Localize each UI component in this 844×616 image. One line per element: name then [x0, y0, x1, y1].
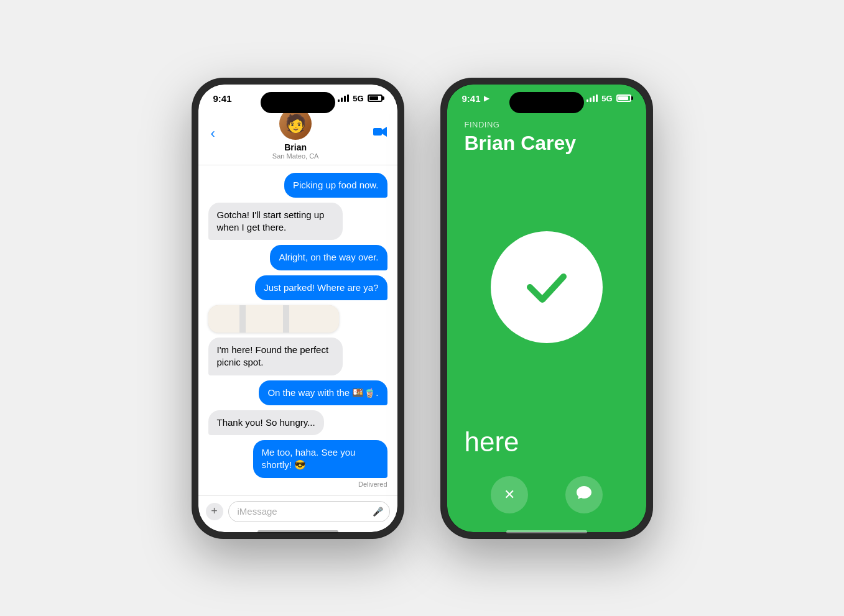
delivered-status: Delivered: [358, 480, 387, 488]
message-text: Just parked! Where are ya?: [264, 282, 378, 293]
bar4: [596, 94, 598, 102]
findmy-header: FINDING Brian Carey: [447, 108, 646, 161]
back-button[interactable]: ‹: [208, 123, 218, 144]
battery-icon: [616, 94, 631, 102]
message-text: Alright, on the way over.: [279, 252, 378, 262]
svg-rect-3: [208, 305, 239, 333]
bar1: [338, 99, 340, 102]
message-text: Picking up food now.: [293, 180, 379, 190]
message-bubble: On the way with the 🍱🧋.: [259, 380, 387, 405]
messages-header: ‹ 🧑 Brian San Mateo, CA: [198, 108, 397, 165]
message-button[interactable]: [565, 476, 603, 513]
message-text: On the way with the 🍱🧋.: [267, 387, 378, 398]
findmy-phone: 9:41 ▶ 5G: [441, 78, 652, 538]
home-indicator: [506, 530, 587, 533]
dynamic-island: [261, 92, 335, 113]
findmy-time: 9:41: [462, 93, 481, 104]
findmy-screen: 9:41 ▶ 5G: [447, 85, 646, 532]
location-icon: ▶: [484, 94, 489, 103]
bar2: [590, 98, 591, 102]
message-text: Me too, haha. See you shortly! 😎: [262, 447, 356, 470]
bar3: [344, 96, 346, 102]
svg-rect-0: [373, 128, 382, 136]
time-label: 9:41: [213, 93, 232, 104]
messages-list: Picking up food now. Gotcha! I'll start …: [198, 165, 397, 495]
findmy-network: 5G: [601, 94, 612, 103]
message-bubble: Gotcha! I'll start setting up when I get…: [208, 203, 343, 241]
bar2: [341, 98, 343, 102]
findmy-actions: ✕: [447, 470, 646, 532]
message-bubble: Picking up food now.: [284, 173, 387, 198]
signal-icon: [587, 94, 598, 102]
dynamic-island: [509, 92, 584, 113]
message-bubble: Me too, haha. See you shortly! 😎: [253, 440, 387, 478]
contact-name: Brian: [284, 142, 307, 152]
video-call-button[interactable]: [373, 127, 387, 140]
checkmark-svg: [519, 259, 575, 315]
svg-marker-1: [382, 127, 387, 137]
svg-rect-14: [239, 305, 246, 333]
message-text: Gotcha! I'll start setting up when I get…: [217, 209, 325, 232]
finding-label: FINDING: [465, 120, 629, 129]
phones-container: 9:41 5G: [192, 78, 652, 538]
input-area: + iMessage 🎤: [198, 495, 397, 532]
message-bubble: I'm here! Found the perfect picnic spot.: [208, 338, 343, 375]
messages-screen: 9:41 5G: [198, 85, 397, 532]
signal-icon: [338, 94, 349, 102]
message-text: I'm here! Found the perfect picnic spot.: [217, 344, 329, 367]
bar3: [593, 96, 595, 102]
add-button[interactable]: +: [206, 503, 223, 520]
contact-name: Brian Carey: [465, 132, 629, 155]
message-bubble: Just parked! Where are ya?: [255, 275, 387, 300]
svg-rect-15: [283, 305, 289, 333]
message-input-wrapper[interactable]: iMessage 🎤: [228, 501, 390, 522]
svg-rect-5: [289, 305, 339, 333]
checkmark-container: [447, 161, 646, 414]
message-icon: [576, 485, 592, 504]
message-text: Thank you! So hungry...: [217, 417, 315, 428]
svg-rect-4: [246, 305, 283, 333]
battery-icon: [368, 94, 383, 102]
battery-fill: [618, 96, 628, 100]
header-row: ‹ 🧑 Brian San Mateo, CA: [208, 108, 387, 160]
status-right: 5G: [338, 94, 382, 103]
findmy-status-right: 5G: [587, 94, 631, 103]
battery-fill: [369, 96, 378, 100]
close-icon: ✕: [504, 487, 515, 503]
home-indicator: [257, 530, 338, 533]
close-button[interactable]: ✕: [491, 476, 528, 513]
map-image: Central Park and Japanese Garden: [208, 305, 339, 333]
time-location: 9:41 ▶: [462, 93, 489, 104]
map-bubble: Central Park and Japanese Garden: [208, 305, 339, 333]
messages-phone: 9:41 5G: [192, 78, 404, 538]
contact-location: San Mateo, CA: [272, 152, 319, 160]
bar4: [347, 94, 349, 102]
contact-info: 🧑 Brian San Mateo, CA: [272, 108, 319, 160]
input-placeholder: iMessage: [238, 506, 277, 517]
mic-icon[interactable]: 🎤: [373, 507, 383, 517]
here-text: here: [447, 414, 646, 470]
network-label: 5G: [353, 94, 363, 103]
message-bubble: Alright, on the way over.: [270, 245, 387, 270]
message-bubble: Thank you! So hungry...: [208, 410, 324, 435]
checkmark-circle: [491, 231, 603, 343]
bar1: [587, 99, 588, 102]
